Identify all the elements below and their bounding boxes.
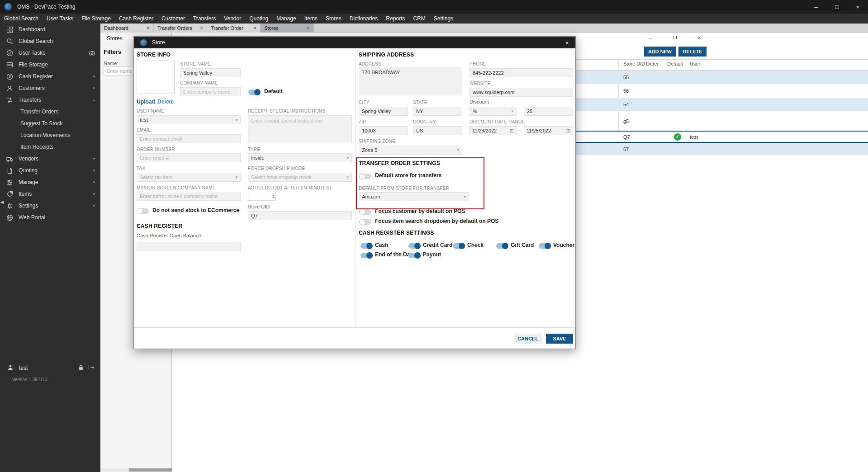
open-balance-input[interactable] — [137, 242, 241, 251]
discount-value-input[interactable] — [524, 107, 573, 116]
tab-close-icon[interactable]: × — [147, 25, 150, 31]
discount-unit-select[interactable]: % ▾ — [470, 107, 517, 116]
menu-transfers[interactable]: Transfers — [189, 14, 220, 24]
menu-dictionaries[interactable]: Dictionaries — [346, 14, 382, 24]
child-minimize-button[interactable]: – — [647, 34, 654, 41]
add-new-button[interactable]: ADD NEW — [644, 47, 676, 57]
focus-customer-toggle[interactable] — [360, 209, 371, 215]
zip-input[interactable] — [359, 126, 408, 135]
dialog-close-icon[interactable]: × — [565, 39, 569, 47]
address-textarea[interactable]: 770 BROADWAY — [359, 67, 462, 95]
city-input[interactable] — [359, 107, 408, 116]
child-close-button[interactable]: × — [696, 34, 703, 41]
menu-vendor[interactable]: Vendor — [220, 14, 245, 24]
sidebar-item-dashboard[interactable]: Dashboard — [0, 24, 100, 35]
sidebar-item-cash-register[interactable]: $ Cash Register ▾ — [0, 71, 100, 82]
menu-quoting[interactable]: Quoting — [245, 14, 272, 24]
scrollbar-thumb[interactable] — [129, 468, 172, 472]
menu-user-tasks[interactable]: User Tasks — [43, 14, 77, 24]
email-input[interactable] — [137, 134, 241, 143]
mirror-company-input[interactable] — [137, 192, 241, 201]
sidebar-item-global-search[interactable]: Global Search — [0, 35, 100, 47]
type-select[interactable]: Inside ▾ — [248, 153, 352, 162]
store-uid-input[interactable] — [248, 211, 352, 220]
sidebar-item-location-movements[interactable]: Location Movements — [0, 129, 100, 141]
horizontal-scrollbar[interactable] — [100, 468, 172, 472]
sidebar-collapse-arrow[interactable]: ◀ — [0, 200, 4, 204]
sidebar-item-vendors[interactable]: Vendors ▾ — [0, 153, 100, 165]
sidebar-item-item-receipts[interactable]: Item Receipts — [0, 141, 100, 153]
store-name-input[interactable] — [180, 68, 241, 77]
maximize-button[interactable] — [826, 0, 847, 14]
payout-toggle[interactable] — [408, 253, 420, 258]
sidebar-item-transfers[interactable]: Transfers ▴ — [0, 94, 100, 106]
column-header-store-uid[interactable]: Store UID — [623, 61, 645, 66]
user-name-select[interactable]: test ▾ — [137, 115, 241, 124]
sidebar-item-user-tasks[interactable]: User Tasks (2) — [0, 47, 100, 59]
child-restore-button[interactable] — [671, 34, 678, 41]
upload-link[interactable]: Upload — [137, 99, 155, 105]
check-toggle[interactable] — [453, 243, 465, 249]
close-button[interactable]: × — [847, 0, 868, 14]
cancel-button[interactable]: CANCEL — [514, 334, 542, 344]
focus-item-search-toggle[interactable] — [360, 219, 371, 225]
delete-button[interactable]: DELETE — [678, 47, 707, 57]
menu-customer[interactable]: Customer — [157, 14, 189, 24]
calendar-icon[interactable]: ⊞ — [510, 128, 514, 134]
company-name-input[interactable] — [180, 87, 241, 96]
spinner-arrows[interactable]: ▴▾ — [273, 192, 275, 201]
menu-cash-register[interactable]: Cash Register — [115, 14, 157, 24]
tab-close-icon[interactable]: × — [307, 25, 310, 31]
menu-items[interactable]: Items — [300, 14, 322, 24]
website-input[interactable] — [470, 88, 573, 97]
cash-toggle[interactable] — [360, 243, 372, 249]
tab-close-icon[interactable]: × — [200, 25, 203, 31]
date-to-input[interactable]: 11/25/2022 ⊞ — [524, 126, 573, 135]
column-header-order[interactable]: Order — [646, 61, 659, 66]
tab-transfer-order[interactable]: Transfer Order × — [207, 24, 261, 33]
menu-settings[interactable]: Settings — [430, 14, 457, 24]
menu-manage[interactable]: Manage — [272, 14, 300, 24]
end-of-day-toggle[interactable] — [360, 253, 372, 258]
auto-logout-input[interactable]: ▴▾ — [248, 192, 276, 201]
save-button[interactable]: SAVE — [546, 334, 573, 344]
tab-stores[interactable]: Stores × — [261, 24, 314, 33]
default-from-store-select[interactable]: Amazon ▾ — [359, 192, 469, 201]
menu-reports[interactable]: Reports — [382, 14, 409, 24]
delete-link[interactable]: Delete — [157, 99, 174, 105]
sidebar-item-file-storage[interactable]: File Storage — [0, 59, 100, 71]
date-from-input[interactable]: 11/23/2022 ⊞ — [470, 126, 517, 135]
force-dropship-select[interactable]: Select force dropship mode ▾ — [248, 173, 352, 182]
menu-file-storage[interactable]: File Storage — [77, 14, 115, 24]
minimize-button[interactable]: – — [806, 0, 826, 14]
state-input[interactable] — [413, 107, 462, 116]
sidebar-item-quoting[interactable]: Quoting ▾ — [0, 165, 100, 176]
sidebar-item-manage[interactable]: Manage ▾ — [0, 176, 100, 188]
tab-dashboard[interactable]: Dashboard × — [100, 24, 154, 33]
menu-global-search[interactable]: Global Search — [0, 14, 43, 24]
column-header-user[interactable]: User — [690, 61, 700, 66]
credit-card-toggle[interactable] — [408, 243, 420, 249]
tab-close-icon[interactable]: × — [253, 25, 256, 31]
country-input[interactable] — [413, 126, 462, 135]
voucher-toggle[interactable] — [539, 243, 550, 249]
tab-transfer-orders[interactable]: Transfer Orders × — [154, 24, 207, 33]
menu-crm[interactable]: CRM — [409, 14, 429, 24]
phone-input[interactable] — [470, 68, 573, 77]
sidebar-item-transfer-orders[interactable]: Transfer Orders — [0, 106, 100, 118]
logout-icon[interactable] — [88, 364, 94, 372]
default-toggle[interactable] — [248, 90, 260, 95]
store-image-placeholder[interactable] — [137, 61, 175, 94]
default-store-for-transfers-toggle[interactable] — [360, 174, 371, 179]
receipt-instructions-textarea[interactable]: Enter receipt special instructions — [248, 115, 352, 142]
menu-stores[interactable]: Stores — [322, 14, 346, 24]
lock-icon[interactable] — [78, 364, 84, 372]
sidebar-item-suggest-to-stock[interactable]: Suggest To Stock — [0, 118, 100, 129]
gift-card-toggle[interactable] — [496, 243, 508, 249]
tax-select[interactable]: Select tax item ▾ — [137, 173, 241, 182]
calendar-icon[interactable]: ⊞ — [566, 128, 570, 134]
sidebar-item-customers[interactable]: Customers ▾ — [0, 82, 100, 94]
sidebar-item-settings[interactable]: Settings ▾ — [0, 200, 100, 212]
sidebar-item-web-portal[interactable]: Web Portal — [0, 212, 100, 223]
ecommerce-stock-toggle[interactable] — [137, 208, 149, 214]
